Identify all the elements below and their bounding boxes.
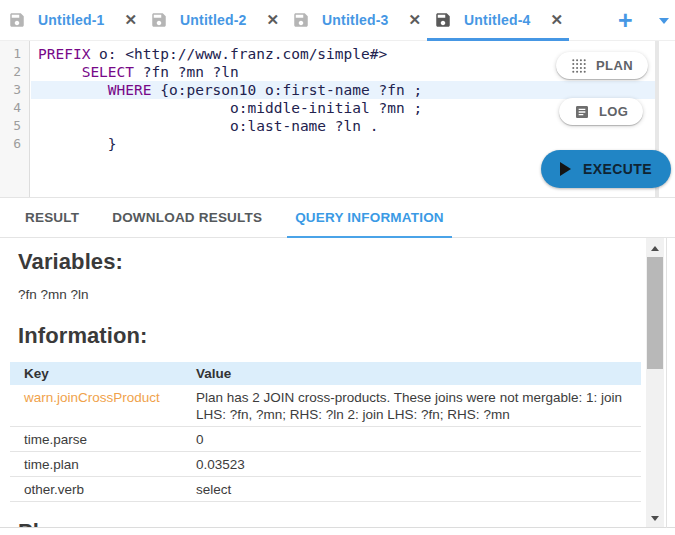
plan-button-label: PLAN [596, 58, 633, 73]
table-row: time.parse0 [10, 427, 641, 452]
play-icon [560, 162, 571, 176]
cell-key: warn.joinCrossProduct [10, 385, 182, 427]
scroll-up-icon[interactable] [646, 239, 664, 256]
tab-label: Untitled-2 [180, 12, 266, 28]
close-icon[interactable]: ✕ [550, 11, 567, 29]
results-scrollbar[interactable] [646, 238, 664, 527]
cell-value: 0.03523 [182, 452, 641, 477]
line-number: 1 [0, 45, 29, 63]
log-button[interactable]: LOG [559, 98, 643, 125]
plan-button[interactable]: PLAN [556, 52, 648, 79]
table-row: other.verbselect [10, 477, 641, 502]
tab-label: Untitled-4 [464, 12, 550, 28]
execute-button[interactable]: EXECUTE [541, 150, 671, 188]
column-header-key: Key [10, 362, 182, 385]
information-heading: Information: [18, 323, 675, 349]
close-icon[interactable]: ✕ [266, 11, 283, 29]
variables-value: ?fn ?mn ?ln [18, 287, 675, 302]
panel-right-border [666, 238, 667, 528]
results-tab-download-results[interactable]: DOWNLOAD RESULTS [112, 197, 262, 238]
tab-untitled-4[interactable]: Untitled-4✕ [434, 0, 567, 41]
table-row: time.plan0.03523 [10, 452, 641, 477]
line-number-gutter: 123456 [0, 41, 30, 197]
save-icon [8, 11, 26, 29]
editor-tabbar: Untitled-1✕Untitled-2✕Untitled-3✕Untitle… [0, 0, 675, 41]
chevron-down-icon[interactable] [659, 18, 669, 29]
cell-value: 0 [182, 427, 641, 452]
line-number: 4 [0, 99, 29, 117]
save-icon [434, 11, 452, 29]
results-tab-result[interactable]: RESULT [25, 197, 79, 238]
results-tabbar: RESULTDOWNLOAD RESULTSQUERY INFORMATION [0, 197, 675, 238]
code-editor: 123456 PREFIX o: <http://www.franz.com/s… [0, 41, 675, 197]
cell-key: other.verb [10, 477, 182, 502]
log-button-label: LOG [599, 104, 628, 119]
tab-untitled-3[interactable]: Untitled-3✕ [292, 0, 425, 41]
save-icon [292, 11, 310, 29]
execute-button-label: EXECUTE [583, 161, 652, 177]
cell-value: Plan has 2 JOIN cross-products. These jo… [182, 385, 641, 427]
variables-heading: Variables: [18, 238, 675, 275]
editor-tabs: Untitled-1✕Untitled-2✕Untitled-3✕Untitle… [8, 0, 576, 41]
information-table: Key Value warn.joinCrossProductPlan has … [10, 362, 641, 502]
line-number: 5 [0, 117, 29, 135]
column-header-value: Value [182, 362, 641, 385]
cell-value: select [182, 477, 641, 502]
close-icon[interactable]: ✕ [124, 11, 141, 29]
code-line[interactable]: WHERE {o:person10 o:first-name ?fn ; [31, 81, 655, 99]
scrollbar-thumb[interactable] [647, 257, 663, 369]
document-icon [574, 104, 590, 120]
dot-grid-icon [571, 58, 587, 74]
save-icon [150, 11, 168, 29]
add-tab-button[interactable]: + [618, 8, 633, 33]
table-row: warn.joinCrossProductPlan has 2 JOIN cro… [10, 385, 641, 427]
table-header-row: Key Value [10, 362, 641, 385]
tab-label: Untitled-3 [322, 12, 408, 28]
information-table-body: warn.joinCrossProductPlan has 2 JOIN cro… [10, 385, 641, 502]
query-editor-app: Untitled-1✕Untitled-2✕Untitled-3✕Untitle… [0, 0, 675, 535]
line-number: 3 [0, 81, 29, 99]
tab-untitled-1[interactable]: Untitled-1✕ [8, 0, 141, 41]
cell-key: time.plan [10, 452, 182, 477]
line-number: 2 [0, 63, 29, 81]
close-icon[interactable]: ✕ [408, 11, 425, 29]
tab-label: Untitled-1 [38, 12, 124, 28]
query-information-panel: Variables: ?fn ?mn ?ln Information: Key … [0, 238, 675, 528]
cell-key: time.parse [10, 427, 182, 452]
scroll-down-icon[interactable] [646, 509, 664, 526]
line-number: 6 [0, 135, 29, 153]
tab-untitled-2[interactable]: Untitled-2✕ [150, 0, 283, 41]
results-tab-query-information[interactable]: QUERY INFORMATION [295, 197, 444, 238]
plan-heading: Plan: [18, 519, 675, 528]
